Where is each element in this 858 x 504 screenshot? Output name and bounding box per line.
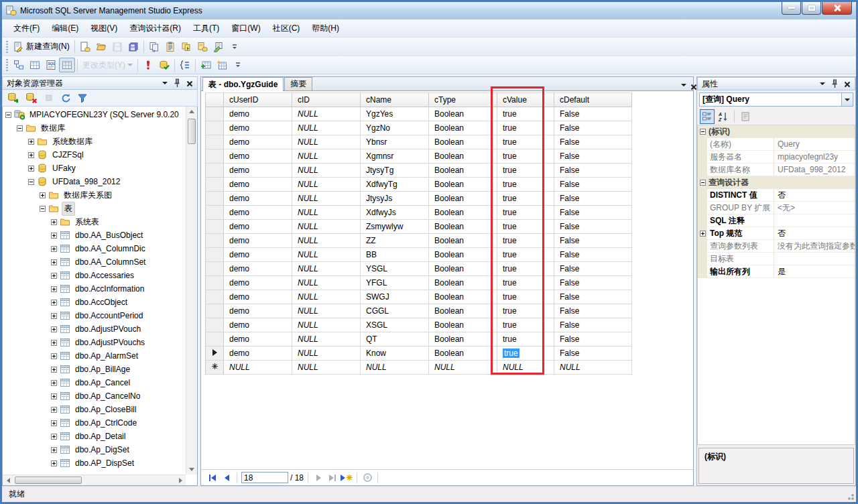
- row-selector[interactable]: [205, 135, 224, 149]
- tree-item[interactable]: dbo.AA_ColumnSet: [3, 255, 186, 269]
- grid-cell[interactable]: Boolean: [429, 121, 497, 135]
- grid-cell[interactable]: demo: [224, 332, 292, 346]
- row-selector[interactable]: [205, 192, 224, 206]
- row-selector[interactable]: [205, 276, 224, 290]
- grid-cell[interactable]: demo: [224, 164, 292, 178]
- grid-cell[interactable]: YgzYes: [361, 107, 429, 121]
- expand-plus-icon[interactable]: [51, 246, 57, 252]
- grid-cell[interactable]: YgzNo: [361, 121, 429, 135]
- collapse-minus-icon[interactable]: [700, 180, 706, 186]
- expand-plus-icon[interactable]: [51, 420, 57, 426]
- grid-cell[interactable]: true: [497, 346, 554, 361]
- grid-cell[interactable]: False: [554, 262, 632, 276]
- property-value[interactable]: <无>: [774, 202, 855, 214]
- grid-cell[interactable]: NULL: [292, 248, 361, 262]
- grid-cell[interactable]: true: [497, 135, 554, 149]
- grid-cell[interactable]: Boolean: [429, 276, 497, 290]
- expand-plus-icon[interactable]: [28, 166, 34, 172]
- menu-item-6[interactable]: 窗口(W): [225, 20, 266, 37]
- copy-script-button[interactable]: [146, 40, 162, 54]
- scroll-thumb[interactable]: [15, 477, 82, 484]
- grid-cell[interactable]: NULL: [292, 304, 361, 318]
- grid-cell[interactable]: Boolean: [429, 206, 497, 220]
- tree-item[interactable]: CJZFSql: [3, 148, 186, 162]
- grid-cell[interactable]: False: [554, 178, 632, 192]
- grid-cell[interactable]: Boolean: [429, 234, 497, 248]
- record-position-input[interactable]: [241, 472, 288, 483]
- grid-cell[interactable]: demo: [224, 290, 292, 304]
- expand-plus-icon[interactable]: [51, 340, 57, 346]
- refresh-button[interactable]: [58, 90, 74, 105]
- grid-cell[interactable]: False: [554, 164, 632, 178]
- grid-cell[interactable]: NULL: [292, 234, 361, 248]
- verify-sql-button[interactable]: [156, 58, 172, 72]
- grid-cell[interactable]: demo: [224, 234, 292, 248]
- grid-cell[interactable]: Know: [361, 346, 429, 361]
- property-row[interactable]: DISTINCT 值否: [698, 189, 855, 202]
- show-diagram-pane-button[interactable]: [11, 58, 27, 72]
- tree-item[interactable]: 系统数据库: [3, 135, 186, 148]
- grid-cell[interactable]: False: [554, 206, 632, 220]
- menu-item-4[interactable]: 查询设计器(R): [123, 20, 187, 37]
- combobox-drop-button[interactable]: [841, 93, 853, 106]
- grid-cell[interactable]: demo: [224, 178, 292, 192]
- grid-cell[interactable]: Boolean: [429, 290, 497, 304]
- tree-horizontal-scrollbar[interactable]: [3, 475, 186, 485]
- collapse-minus-icon[interactable]: [17, 125, 23, 131]
- grid-cell[interactable]: False: [554, 304, 632, 318]
- execute-button[interactable]: [140, 58, 156, 72]
- row-selector[interactable]: [205, 178, 224, 192]
- toolbar2-overflow-button[interactable]: [230, 58, 246, 72]
- grid-cell[interactable]: true: [497, 234, 554, 248]
- row-selector[interactable]: [205, 361, 224, 375]
- grid-cell[interactable]: demo: [224, 262, 292, 276]
- grid-cell[interactable]: False: [554, 276, 632, 290]
- grid-cell[interactable]: Boolean: [429, 332, 497, 346]
- row-selector[interactable]: [205, 332, 224, 346]
- expand-plus-icon[interactable]: [51, 219, 57, 225]
- grid-cell[interactable]: NULL: [292, 318, 361, 332]
- tree-item[interactable]: dbo.Ap_Cancel: [3, 376, 186, 389]
- expand-plus-icon[interactable]: [51, 407, 57, 413]
- categorized-button[interactable]: [700, 109, 715, 124]
- grid-cell[interactable]: NULL: [292, 346, 361, 361]
- expand-plus-icon[interactable]: [51, 326, 57, 332]
- grid-cell[interactable]: NULL: [292, 121, 361, 135]
- criteria-conditions-button[interactable]: [177, 58, 193, 72]
- grid-cell[interactable]: Boolean: [429, 304, 497, 318]
- grid-cell[interactable]: NULL: [497, 361, 554, 375]
- save-all-button[interactable]: [125, 40, 141, 54]
- grid-cell[interactable]: NULL: [292, 220, 361, 234]
- expand-plus-icon[interactable]: [51, 259, 57, 265]
- script-database-button[interactable]: [194, 40, 210, 54]
- menu-item-7[interactable]: 社区(C): [267, 20, 306, 37]
- grid-cell[interactable]: False: [554, 135, 632, 149]
- tree-item[interactable]: dbo.Ap_AlarmSet: [3, 349, 186, 363]
- grid-cell[interactable]: demo: [224, 304, 292, 318]
- property-row[interactable]: (名称)Query: [698, 138, 855, 151]
- tree-vertical-scrollbar[interactable]: [186, 107, 197, 475]
- grid-cell[interactable]: NULL: [224, 361, 292, 375]
- grid-cell[interactable]: NULL: [429, 361, 497, 375]
- grid-cell[interactable]: NULL: [292, 262, 361, 276]
- tab-list-button[interactable]: [681, 79, 686, 88]
- grid-cell[interactable]: NULL: [292, 206, 361, 220]
- grid-cell[interactable]: demo: [224, 149, 292, 164]
- menu-item-2[interactable]: 编辑(E): [46, 20, 84, 37]
- row-selector[interactable]: [205, 107, 224, 121]
- grid-cell[interactable]: Boolean: [429, 135, 497, 149]
- tree-item[interactable]: dbo.Ap_CancelNo: [3, 389, 186, 403]
- expand-plus-icon[interactable]: [51, 313, 57, 319]
- grid-cell[interactable]: NULL: [292, 149, 361, 164]
- filter-button[interactable]: [74, 90, 90, 105]
- grid-cell[interactable]: NULL: [292, 164, 361, 178]
- expand-plus-icon[interactable]: [40, 192, 46, 198]
- property-value[interactable]: 否: [774, 189, 855, 202]
- grid-cell[interactable]: JtysyJs: [361, 192, 429, 206]
- property-category-row[interactable]: 查询设计器: [698, 176, 855, 189]
- menu-item-3[interactable]: 视图(V): [84, 20, 123, 37]
- grid-cell[interactable]: Boolean: [429, 262, 497, 276]
- grid-cell[interactable]: Boolean: [429, 164, 497, 178]
- window-position-button[interactable]: [160, 78, 170, 88]
- grid-cell[interactable]: False: [554, 248, 632, 262]
